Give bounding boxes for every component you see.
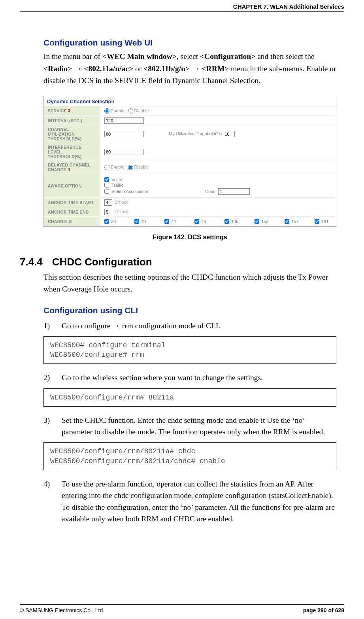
ch-44-cb[interactable] [164, 219, 169, 224]
label-aware: AWARE OPTION [44, 174, 100, 198]
cut-input[interactable] [104, 131, 144, 137]
step-1: 1) Go to configure → rrm configuration m… [43, 320, 336, 331]
page-header: CHAPTER 7. WLAN Additional Services [20, 0, 344, 12]
code-block-2: WEC8500/configure/rrm# 80211a [43, 388, 336, 407]
heading-web-ui: Configuration using Web UI [43, 38, 336, 47]
step-4: 4) To use the pre-alarm function, operat… [43, 478, 336, 524]
label-service: SERVICE 3 [44, 106, 100, 116]
ch-36-cb[interactable] [104, 219, 109, 224]
label-dcc: DELAYED CHANNEL CHANGE 4 [44, 161, 100, 174]
code-block-3: WEC8500/configure/rrm/80211a# chdc WEC85… [43, 442, 336, 470]
aware-traffic-cb[interactable] [104, 183, 109, 187]
dcs-panel: Dynamic Channel Selection SERVICE 3 Enab… [43, 96, 336, 227]
footer-copyright: © SAMSUNG Electronics Co., Ltd. [20, 607, 104, 613]
aware-count-input[interactable] [218, 188, 250, 195]
chdc-intro-para: This section describes the setting optio… [43, 271, 336, 295]
ilt-input[interactable] [104, 149, 144, 155]
step-3: 3) Set the CHDC function. Enter the chdc… [43, 415, 336, 438]
label-channels: CHANNELS [44, 217, 100, 226]
ate-input[interactable] [104, 209, 112, 215]
dcs-title: Dynamic Channel Selection [44, 96, 336, 106]
section-number: 7.4.4 [20, 256, 43, 268]
ch-149-cb[interactable] [224, 219, 229, 224]
label-cut: CHANNEL UTILIZATION THRESHOLD(%) [44, 125, 100, 143]
dcs-table: SERVICE 3 Enable Disable INTERVAL(SEC.) … [44, 106, 336, 227]
page-footer: © SAMSUNG Electronics Co., Ltd. page 290… [20, 604, 344, 613]
section-heading: 7.4.4 CHDC Configuration [20, 256, 336, 268]
web-ui-para: In the menu bar of <WEC Main window>, se… [43, 51, 336, 87]
label-ats: ANCHOR TIME START [44, 198, 100, 207]
service-disable-radio[interactable] [128, 108, 133, 114]
ats-input[interactable] [104, 199, 112, 206]
page-content: Configuration using Web UI In the menu b… [20, 38, 344, 524]
dcc-enable-radio[interactable] [104, 165, 109, 170]
interval-input[interactable] [104, 117, 144, 124]
channels-row: 36 40 44 48 149 153 157 161 [104, 218, 332, 225]
service-enable-radio[interactable] [104, 108, 109, 114]
aware-voice-cb[interactable] [104, 177, 109, 182]
chapter-title: CHAPTER 7. WLAN Additional Services [233, 3, 344, 10]
dcc-disable-radio[interactable] [128, 165, 133, 170]
heading-cli: Configuration using CLI [43, 306, 336, 315]
footer-page: page 290 of 628 [303, 607, 344, 613]
step-2: 2) Go to the wireless section where you … [43, 372, 336, 383]
label-interval: INTERVAL(SEC.) [44, 116, 100, 125]
ch-40-cb[interactable] [134, 219, 139, 224]
code-block-1: WEC8500# configure terminal WEC8500/conf… [43, 336, 336, 364]
ch-48-cb[interactable] [194, 219, 199, 224]
ch-157-cb[interactable] [285, 219, 289, 224]
myut-input[interactable] [223, 131, 235, 137]
label-ate: ANCHOR TIME END [44, 207, 100, 217]
ch-161-cb[interactable] [315, 219, 319, 224]
ch-153-cb[interactable] [255, 219, 259, 224]
aware-sa-cb[interactable] [104, 189, 109, 194]
figure-caption: Figure 142. DCS settings [43, 234, 336, 241]
val-service: Enable Disable [100, 106, 336, 116]
section-title: CHDC Configuration [52, 256, 152, 268]
label-ilt: INTERFERENCE LEVEL THRESHOLD(%) [44, 143, 100, 161]
